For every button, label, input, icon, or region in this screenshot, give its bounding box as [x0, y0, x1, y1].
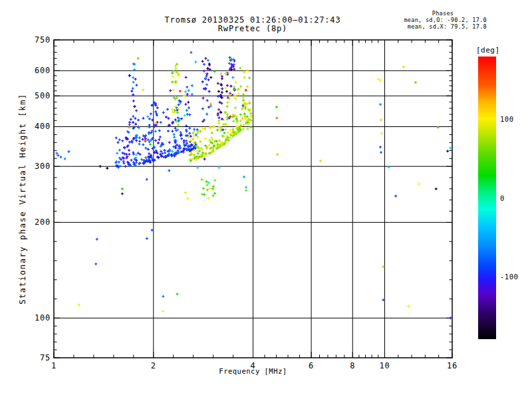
x-tick-label: 10 — [379, 361, 390, 370]
x-tick-label: 2 — [151, 361, 156, 370]
x-tick-label: 6 — [309, 361, 314, 370]
y-tick-label: 300 — [21, 162, 51, 171]
colorbar-tick-0: 0 — [500, 194, 505, 202]
y-tick-label: 400 — [21, 122, 51, 131]
stats-o-mode-line: mean, sd,O: -90.2, 17.0 — [399, 17, 487, 23]
y-tick-label: 75 — [21, 353, 51, 362]
x-tick-label: 4 — [250, 361, 255, 370]
stats-phases-title: Phases — [399, 10, 487, 17]
gridlines — [54, 40, 452, 358]
x-tick-label: 1 — [51, 361, 57, 370]
colorbar-title: [deg] — [476, 46, 500, 55]
y-tick-label: 750 — [21, 35, 51, 45]
colorbar-tick-neg-100: -100 — [500, 273, 518, 281]
y-tick-label: 200 — [21, 217, 51, 227]
data-points — [55, 51, 452, 320]
y-tick-label: 600 — [21, 66, 51, 75]
y-tick-label: 500 — [21, 91, 51, 100]
colorbar — [478, 57, 496, 339]
colorbar-tick-100: 100 — [500, 115, 513, 123]
y-tick-label: 100 — [21, 313, 51, 323]
x-tick-label: 8 — [350, 361, 355, 370]
phase-statistics-block: Phases mean, sd,O: -90.2, 17.0 mean, sd,… — [399, 10, 487, 30]
stats-x-mode-line: mean, sd,X: 79.5, 17.8 — [399, 23, 487, 30]
x-tick-label: 16 — [447, 361, 458, 370]
scatter-plot-svg — [0, 0, 532, 399]
ionogram-screenshot: Tromsø 20130325 01:26:00–01:27:43 RwPret… — [0, 0, 532, 399]
